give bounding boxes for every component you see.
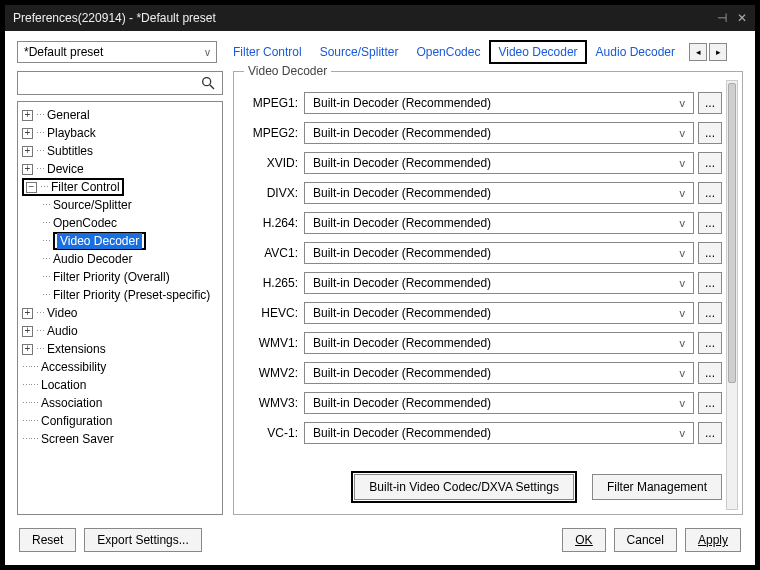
- chevron-down-icon: v: [680, 337, 686, 349]
- chevron-down-icon: v: [680, 157, 686, 169]
- decoder-row: AVC1:Built-in Decoder (Recommended)v...: [244, 240, 722, 266]
- tree-extensions[interactable]: +⋯Extensions: [20, 340, 220, 358]
- tree-fc-audio-decoder[interactable]: ⋯Audio Decoder: [20, 250, 220, 268]
- content-area: *Default preset v Filter Control Source/…: [5, 31, 755, 565]
- right-column: Video Decoder MPEG1:Built-in Decoder (Re…: [233, 71, 743, 515]
- tree-fc-filter-priority-overall[interactable]: ⋯Filter Priority (Overall): [20, 268, 220, 286]
- decoder-row: WMV2:Built-in Decoder (Recommended)v...: [244, 360, 722, 386]
- preset-combo[interactable]: *Default preset v: [17, 41, 217, 63]
- export-settings-button[interactable]: Export Settings...: [84, 528, 201, 552]
- decoder-select[interactable]: Built-in Decoder (Recommended)v: [304, 212, 694, 234]
- chevron-down-icon: v: [680, 97, 686, 109]
- decoder-row: XVID:Built-in Decoder (Recommended)v...: [244, 150, 722, 176]
- tree-fc-video-decoder[interactable]: ⋯Video Decoder: [20, 232, 220, 250]
- tree-fc-filter-priority-preset[interactable]: ⋯Filter Priority (Preset-specific): [20, 286, 220, 304]
- scrollbar[interactable]: [726, 80, 738, 510]
- titlebar: Preferences(220914) - *Default preset ⊣ …: [5, 5, 755, 31]
- pin-icon[interactable]: ⊣: [717, 11, 727, 25]
- chevron-down-icon: v: [680, 277, 686, 289]
- tab-scroll-right[interactable]: ▸: [709, 43, 727, 61]
- decoder-label: AVC1:: [244, 246, 304, 260]
- decoder-label: WMV2:: [244, 366, 304, 380]
- tree-playback[interactable]: +⋯Playback: [20, 124, 220, 142]
- decoder-select[interactable]: Built-in Decoder (Recommended)v: [304, 92, 694, 114]
- main-row: +⋯General +⋯Playback +⋯Subtitles +⋯Devic…: [17, 71, 743, 515]
- decoder-select[interactable]: Built-in Decoder (Recommended)v: [304, 152, 694, 174]
- decoder-more-button[interactable]: ...: [698, 92, 722, 114]
- decoder-select[interactable]: Built-in Decoder (Recommended)v: [304, 122, 694, 144]
- scrollbar-thumb[interactable]: [728, 83, 736, 383]
- tree-accessibility[interactable]: ⋯⋯Accessibility: [20, 358, 220, 376]
- decoder-select[interactable]: Built-in Decoder (Recommended)v: [304, 332, 694, 354]
- decoder-label: H.265:: [244, 276, 304, 290]
- decoder-select[interactable]: Built-in Decoder (Recommended)v: [304, 302, 694, 324]
- tab-open-codec[interactable]: OpenCodec: [408, 41, 488, 63]
- apply-button[interactable]: Apply: [685, 528, 741, 552]
- decoder-select[interactable]: Built-in Decoder (Recommended)v: [304, 392, 694, 414]
- tab-audio-decoder[interactable]: Audio Decoder: [588, 41, 683, 63]
- tree-general[interactable]: +⋯General: [20, 106, 220, 124]
- top-row: *Default preset v Filter Control Source/…: [17, 41, 743, 63]
- chevron-down-icon: v: [680, 217, 686, 229]
- chevron-down-icon: v: [205, 47, 210, 58]
- decoder-label: DIVX:: [244, 186, 304, 200]
- decoder-list: MPEG1:Built-in Decoder (Recommended)v...…: [244, 90, 722, 454]
- tree-device[interactable]: +⋯Device: [20, 160, 220, 178]
- tree-video[interactable]: +⋯Video: [20, 304, 220, 322]
- decoder-label: WMV3:: [244, 396, 304, 410]
- tree-fc-open-codec[interactable]: ⋯OpenCodec: [20, 214, 220, 232]
- tree-association[interactable]: ⋯⋯Association: [20, 394, 220, 412]
- cancel-button[interactable]: Cancel: [614, 528, 677, 552]
- tab-scroll-left[interactable]: ◂: [689, 43, 707, 61]
- close-icon[interactable]: ✕: [737, 11, 747, 25]
- decoder-more-button[interactable]: ...: [698, 362, 722, 384]
- decoder-select[interactable]: Built-in Decoder (Recommended)v: [304, 362, 694, 384]
- preset-selected: *Default preset: [24, 45, 103, 59]
- tree-filter-control[interactable]: −⋯Filter Control: [20, 178, 220, 196]
- decoder-label: MPEG2:: [244, 126, 304, 140]
- svg-point-0: [203, 78, 211, 86]
- filter-management-button[interactable]: Filter Management: [592, 474, 722, 500]
- decoder-more-button[interactable]: ...: [698, 212, 722, 234]
- decoder-more-button[interactable]: ...: [698, 332, 722, 354]
- tree-configuration[interactable]: ⋯⋯Configuration: [20, 412, 220, 430]
- decoder-select[interactable]: Built-in Decoder (Recommended)v: [304, 272, 694, 294]
- nav-tree[interactable]: +⋯General +⋯Playback +⋯Subtitles +⋯Devic…: [17, 101, 223, 515]
- tree-subtitles[interactable]: +⋯Subtitles: [20, 142, 220, 160]
- chevron-down-icon: v: [680, 127, 686, 139]
- decoder-row: WMV3:Built-in Decoder (Recommended)v...: [244, 390, 722, 416]
- reset-button[interactable]: Reset: [19, 528, 76, 552]
- decoder-more-button[interactable]: ...: [698, 302, 722, 324]
- tab-filter-control[interactable]: Filter Control: [225, 41, 310, 63]
- decoder-more-button[interactable]: ...: [698, 392, 722, 414]
- decoder-row: MPEG2:Built-in Decoder (Recommended)v...: [244, 120, 722, 146]
- footer: Reset Export Settings... OK Cancel Apply: [17, 523, 743, 557]
- decoder-label: XVID:: [244, 156, 304, 170]
- tree-location[interactable]: ⋯⋯Location: [20, 376, 220, 394]
- search-input[interactable]: [17, 71, 223, 95]
- tab-scroll-arrows: ◂ ▸: [689, 43, 727, 61]
- tree-fc-source-splitter[interactable]: ⋯Source/Splitter: [20, 196, 220, 214]
- decoder-more-button[interactable]: ...: [698, 242, 722, 264]
- search-icon: [200, 75, 216, 91]
- decoder-more-button[interactable]: ...: [698, 422, 722, 444]
- decoder-more-button[interactable]: ...: [698, 122, 722, 144]
- panel-title: Video Decoder: [244, 64, 331, 78]
- decoder-more-button[interactable]: ...: [698, 272, 722, 294]
- window-title: Preferences(220914) - *Default preset: [13, 11, 216, 25]
- decoder-more-button[interactable]: ...: [698, 152, 722, 174]
- decoder-label: MPEG1:: [244, 96, 304, 110]
- decoder-select[interactable]: Built-in Decoder (Recommended)v: [304, 182, 694, 204]
- decoder-more-button[interactable]: ...: [698, 182, 722, 204]
- tree-audio[interactable]: +⋯Audio: [20, 322, 220, 340]
- decoder-row: H.265:Built-in Decoder (Recommended)v...: [244, 270, 722, 296]
- decoder-select[interactable]: Built-in Decoder (Recommended)v: [304, 422, 694, 444]
- tab-source-splitter[interactable]: Source/Splitter: [312, 41, 407, 63]
- decoder-select[interactable]: Built-in Decoder (Recommended)v: [304, 242, 694, 264]
- tabs-row: Filter Control Source/Splitter OpenCodec…: [225, 41, 743, 63]
- dxva-settings-button[interactable]: Built-in Video Codec/DXVA Settings: [354, 474, 574, 500]
- decoder-row: H.264:Built-in Decoder (Recommended)v...: [244, 210, 722, 236]
- tree-screen-saver[interactable]: ⋯⋯Screen Saver: [20, 430, 220, 448]
- tab-video-decoder[interactable]: Video Decoder: [490, 41, 585, 63]
- ok-button[interactable]: OK: [562, 528, 605, 552]
